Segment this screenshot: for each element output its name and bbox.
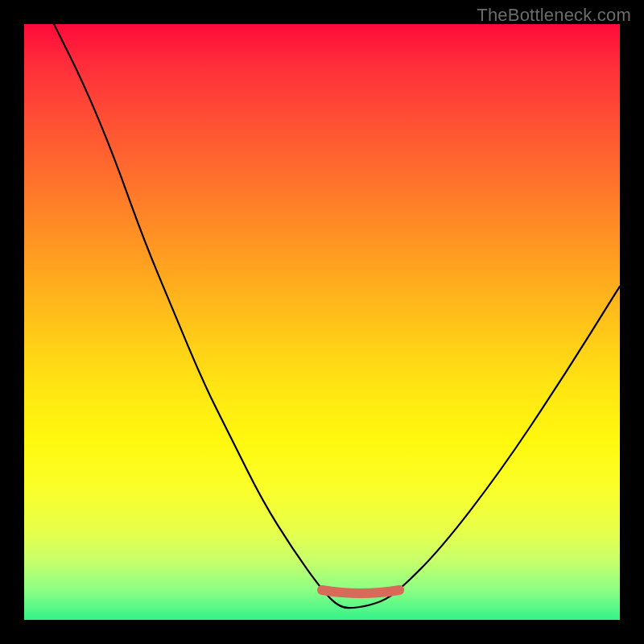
chart-frame: TheBottleneck.com <box>0 0 644 644</box>
watermark-text: TheBottleneck.com <box>477 5 631 26</box>
curve-svg <box>24 24 620 620</box>
plot-area <box>24 24 620 620</box>
bottleneck-curve-path <box>54 24 620 608</box>
highlight-segment-path <box>322 590 399 593</box>
